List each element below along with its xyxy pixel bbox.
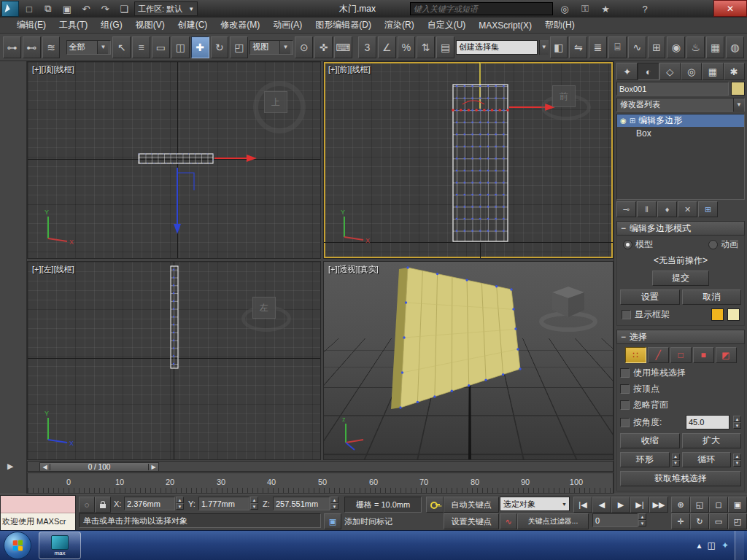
vertex-mode-icon[interactable]: ∷ bbox=[625, 347, 646, 363]
set-key-icon[interactable] bbox=[426, 497, 444, 513]
show-end-result-icon[interactable]: ‖ bbox=[637, 201, 657, 217]
viewcube-face[interactable]: 上 bbox=[264, 91, 287, 113]
x-spinner[interactable]: ▲▼ bbox=[176, 497, 184, 510]
by-angle-checkbox[interactable] bbox=[620, 418, 630, 427]
zoom-all-icon[interactable]: ◱ bbox=[690, 497, 709, 513]
named-selection-combo[interactable] bbox=[456, 40, 538, 55]
door-left-view-wireframe[interactable] bbox=[171, 266, 178, 368]
menu-group[interactable]: 组(G) bbox=[94, 18, 128, 34]
viewport-front-label[interactable]: [+][前][线框] bbox=[328, 64, 371, 75]
select-and-rotate-icon[interactable]: ↻ bbox=[211, 36, 229, 58]
snap-toggle-3d-icon[interactable]: 3 bbox=[358, 36, 376, 58]
time-slider-handle[interactable]: ◀ 0 / 100 ▶ bbox=[39, 462, 159, 472]
selection-set-dropdown[interactable]: 选定对象 ▼ bbox=[500, 497, 570, 511]
loop-button[interactable]: 循环 bbox=[682, 452, 732, 467]
shrink-button[interactable]: 收缩 bbox=[620, 433, 680, 448]
maximize-viewport-toggle-icon[interactable]: ◰ bbox=[728, 513, 747, 529]
track-bar[interactable]: 0 10 20 30 40 50 60 70 80 90 100 bbox=[27, 472, 614, 494]
angle-snap-icon[interactable]: ∠ bbox=[378, 36, 396, 58]
modify-tab[interactable]: ◐ bbox=[638, 63, 659, 80]
workspace-dropdown[interactable]: 工作区: 默认 ▼ bbox=[134, 1, 198, 16]
keyboard-override-icon[interactable]: ⌨ bbox=[334, 36, 352, 58]
spinner-snap-icon[interactable]: ⇅ bbox=[417, 36, 435, 58]
menu-help[interactable]: 帮助(H) bbox=[538, 18, 581, 34]
material-editor-icon[interactable]: ◉ bbox=[667, 36, 685, 58]
z-spinner[interactable]: ▲▼ bbox=[330, 497, 338, 510]
select-object-icon[interactable]: ↖ bbox=[112, 36, 131, 58]
menu-animation[interactable]: 动画(A) bbox=[266, 18, 309, 34]
key-filter-wave-icon[interactable]: ∿ bbox=[500, 513, 517, 529]
modifier-list-dropdown[interactable]: 修改器列表 ▼ bbox=[616, 98, 745, 112]
door-front-view-wireframe[interactable] bbox=[453, 85, 508, 241]
window-crossing-toggle-icon[interactable]: ◫ bbox=[171, 36, 190, 58]
angle-spinner[interactable]: ▲▼ bbox=[733, 416, 741, 429]
door-3d-model[interactable] bbox=[391, 266, 522, 409]
percent-snap-icon[interactable]: % bbox=[398, 36, 416, 58]
previous-frame-icon[interactable]: ◀ bbox=[40, 464, 50, 470]
schematic-view-icon[interactable]: ⊞ bbox=[648, 36, 666, 58]
go-to-start-icon[interactable]: |◀ bbox=[573, 497, 592, 513]
frame-spinner[interactable]: ▲▼ bbox=[638, 513, 646, 526]
cancel-button[interactable]: 取消 bbox=[682, 289, 742, 305]
play-animation-icon[interactable]: ▶ bbox=[611, 497, 630, 513]
display-tab[interactable]: ▦ bbox=[702, 63, 723, 80]
time-tag-label[interactable]: 添加时间标记 bbox=[344, 516, 392, 527]
viewcube[interactable] bbox=[541, 287, 595, 330]
select-and-move-icon[interactable]: ✚ bbox=[191, 36, 209, 58]
y-spinner[interactable]: ▲▼ bbox=[250, 497, 258, 510]
start-button[interactable] bbox=[4, 532, 31, 559]
pan-view-icon[interactable]: ✛ bbox=[671, 513, 690, 529]
key-filters-button[interactable]: 关键点过滤器... bbox=[517, 513, 589, 529]
auto-key-button[interactable]: 自动关键点 bbox=[444, 497, 499, 513]
next-frame-icon[interactable]: ▶| bbox=[630, 497, 649, 513]
menu-modifiers[interactable]: 修改器(M) bbox=[214, 18, 266, 34]
favorites-star-icon[interactable]: ★ bbox=[597, 1, 614, 16]
menu-graph-editors[interactable]: 图形编辑器(D) bbox=[309, 18, 378, 34]
viewport-top-label[interactable]: [+][顶][线框] bbox=[32, 64, 74, 75]
ring-button[interactable]: 环形 bbox=[620, 452, 670, 467]
mode-model-radio[interactable]: 模型 bbox=[623, 238, 653, 251]
open-file-icon[interactable]: ⧉ bbox=[39, 1, 57, 16]
by-vertex-checkbox[interactable] bbox=[620, 384, 630, 394]
door-top-view-wireframe[interactable] bbox=[139, 154, 213, 163]
visibility-eye-icon[interactable]: ◉ bbox=[620, 117, 627, 125]
layer-manager-icon[interactable]: ≣ bbox=[589, 36, 607, 58]
viewport-perspective[interactable]: [+][透视][真实] bbox=[323, 261, 614, 460]
time-slider-track[interactable]: ◀ 0 / 100 ▶ bbox=[27, 461, 614, 472]
viewcube[interactable]: 上 bbox=[253, 75, 306, 128]
ignore-backfacing-checkbox[interactable] bbox=[620, 400, 630, 410]
edge-mode-icon[interactable]: ╱ bbox=[648, 347, 669, 363]
time-tag-icon[interactable]: ▣ bbox=[324, 513, 341, 529]
menu-edit[interactable]: 编辑(E) bbox=[10, 18, 53, 34]
cage-selected-color-swatch[interactable] bbox=[727, 308, 740, 321]
expand-strip-icon[interactable]: ▶ bbox=[7, 462, 13, 471]
cage-color-swatch[interactable] bbox=[711, 308, 724, 321]
graphite-ribbon-icon[interactable]: ⌸ bbox=[608, 36, 627, 58]
redo-icon[interactable]: ↷ bbox=[96, 1, 114, 16]
show-hidden-icons-arrow[interactable]: ▴ bbox=[697, 540, 702, 551]
set-key-button[interactable]: 设置关键点 bbox=[444, 513, 499, 529]
menu-create[interactable]: 创建(C) bbox=[171, 18, 214, 34]
select-by-name-icon[interactable]: ≡ bbox=[132, 36, 150, 58]
render-setup-icon[interactable]: ♨ bbox=[686, 36, 705, 58]
menu-views[interactable]: 视图(V) bbox=[129, 18, 171, 34]
selection-filter-dropdown[interactable]: 全部 ▼ bbox=[66, 40, 112, 55]
edit-named-selections-icon[interactable]: ▤ bbox=[436, 36, 454, 58]
project-folder-icon[interactable]: ❏ bbox=[115, 1, 133, 16]
undo-icon[interactable]: ↶ bbox=[77, 1, 95, 16]
rollout-edit-poly-mode[interactable]: − 编辑多边形模式 bbox=[616, 221, 745, 236]
bind-to-space-warp-icon[interactable]: ≋ bbox=[42, 36, 61, 58]
selection-lock-icon[interactable] bbox=[95, 497, 111, 513]
remove-modifier-icon[interactable]: ✕ bbox=[678, 201, 697, 217]
reference-coordinate-dropdown[interactable]: 视图 ▼ bbox=[249, 40, 293, 55]
zoom-extents-icon[interactable]: ◻ bbox=[709, 497, 728, 513]
unlink-selection-icon[interactable]: ⊷ bbox=[23, 36, 41, 58]
element-mode-icon[interactable]: ◩ bbox=[716, 347, 737, 363]
grow-button[interactable]: 扩大 bbox=[682, 433, 742, 448]
move-gizmo-y-axis[interactable] bbox=[174, 168, 194, 234]
maxscript-mini-listener[interactable]: 欢迎使用 MAXScr bbox=[0, 495, 76, 530]
curve-editor-icon[interactable]: ∿ bbox=[628, 36, 646, 58]
field-of-view-icon[interactable]: ▣ bbox=[728, 497, 747, 513]
utilities-tab[interactable]: ✱ bbox=[724, 63, 745, 80]
mode-animation-radio[interactable]: 动画 bbox=[708, 238, 738, 251]
